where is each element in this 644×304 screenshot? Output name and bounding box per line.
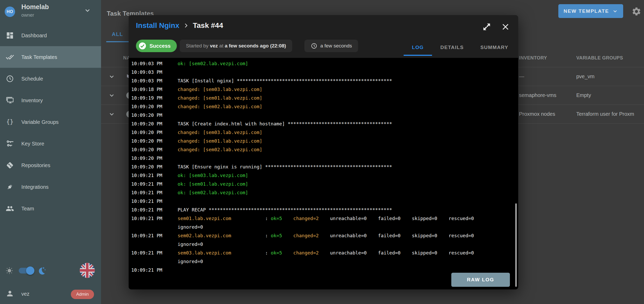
project-switcher[interactable]: HO Homelab owner (0, 0, 101, 25)
close-icon[interactable] (501, 22, 510, 31)
sidebar-item-dashboard[interactable]: Dashboard (0, 25, 101, 46)
settings-gear-icon[interactable] (632, 7, 641, 16)
log-timestamp: 10:09:21 PM (131, 171, 178, 180)
theme-toggle[interactable] (19, 268, 32, 273)
log-segment: changed=2 (293, 250, 319, 256)
log-segment: TASK [Ensure nginx is running] *********… (178, 164, 392, 169)
log-timestamp: 10:09:20 PM (131, 102, 178, 111)
cell-inventory: semaphore-vms (519, 92, 556, 98)
log-segment: changed: [sem03.lab.vezpi.com] (178, 87, 262, 92)
sidebar-item-label: Team (21, 205, 34, 211)
template-link[interactable]: Install Nginx (136, 21, 179, 30)
log-output[interactable]: 10:09:03 PMok: [sem02.lab.vezpi.com]10:0… (129, 58, 518, 289)
theme-row (0, 262, 101, 279)
started-time: a few seconds ago (22:08) (225, 43, 286, 49)
tab-all-label: ALL (112, 31, 123, 37)
log-segment: TASK [Create index.html with hostname] *… (178, 121, 392, 126)
tab-log[interactable]: LOG (404, 39, 432, 56)
chevron-down-icon[interactable] (108, 73, 115, 80)
sidebar-item-variable-groups[interactable]: {}Variable Groups (0, 111, 101, 133)
started-chip: Started by vez at a few seconds ago (22:… (180, 40, 292, 52)
log-scrollbar[interactable] (515, 203, 517, 287)
sidebar-item-repositories[interactable]: Repositories (0, 154, 101, 176)
log-segment: ignored=0 (178, 224, 203, 230)
dark-mode-icon (37, 266, 46, 275)
app-screen: HO Homelab owner DashboardTask Templates… (0, 0, 644, 304)
log-segment: changed: [sem01.lab.vezpi.com] (178, 95, 262, 101)
log-segment: ok: [sem03.lab.vezpi.com] (178, 173, 248, 178)
log-line: 10:09:21 PMsem03.lab.vezpi.com : ok=5 ch… (129, 248, 518, 257)
log-line: 10:09:20 PMchanged: [sem02.lab.vezpi.com… (129, 102, 518, 111)
log-line: 10:09:21 PM (129, 197, 518, 205)
log-line: 10:09:20 PMTASK [Ensure nginx is running… (129, 162, 518, 171)
sidebar-item-schedule[interactable]: Schedule (0, 68, 101, 89)
log-timestamp: 10:09:20 PM (131, 119, 178, 128)
log-segment: : (231, 233, 271, 238)
duration-label: a few seconds (320, 43, 352, 49)
log-timestamp: 10:09:21 PM (131, 188, 178, 197)
log-timestamp: 10:09:21 PM (131, 180, 178, 188)
repositories-icon (6, 161, 14, 169)
log-segment: TASK [Install nginx] *******************… (178, 78, 392, 83)
duration-chip: a few seconds (304, 40, 358, 52)
person-icon (6, 289, 14, 298)
chevron-down-icon (84, 7, 91, 14)
sidebar-item-label: Variable Groups (21, 119, 59, 125)
column-header-inventory: INVENTORY (519, 55, 547, 61)
key-store-icon (6, 139, 14, 148)
sidebar-item-label: Repositories (21, 162, 50, 168)
sidebar-item-task-templates[interactable]: Task Templates (0, 46, 101, 68)
cell-inventory: — (519, 74, 524, 80)
log-line: 10:09:20 PMchanged: [sem02.lab.vezpi.com… (129, 145, 518, 154)
chevron-down-icon[interactable] (108, 111, 115, 118)
log-segment: ok=5 (271, 250, 282, 256)
log-segment: changed=2 (293, 233, 319, 238)
log-timestamp: 10:09:21 PM (131, 214, 178, 223)
log-timestamp: 10:09:03 PM (131, 68, 178, 76)
log-timestamp: 10:09:20 PM (131, 154, 178, 162)
log-timestamp: 10:09:21 PM (131, 205, 178, 214)
tab-details[interactable]: DETAILS (432, 39, 472, 56)
project-avatar: HO (5, 7, 15, 17)
log-segment: ok: [sem02.lab.vezpi.com] (178, 61, 248, 66)
log-segment: unreachable=0 failed=0 skipped=0 rescued… (319, 233, 474, 238)
log-timestamp: 10:09:20 PM (131, 137, 178, 145)
cell-variable-groups: Terraform user for Proxm (576, 111, 634, 117)
log-timestamp: 10:09:20 PM (131, 162, 178, 171)
user-menu[interactable]: vez Admin (0, 285, 101, 304)
team-icon (6, 204, 14, 213)
log-segment: ignored=0 (178, 259, 203, 264)
started-user: vez (210, 43, 218, 49)
task-templates-icon (6, 53, 14, 61)
log-line: 10:09:21 PMsem02.lab.vezpi.com : ok=5 ch… (129, 231, 518, 240)
started-prefix: Started by (186, 43, 210, 49)
log-segment: changed: [sem01.lab.vezpi.com] (178, 138, 262, 144)
task-title: Task #44 (193, 21, 223, 30)
log-segment (282, 233, 293, 238)
cell-variable-groups: Empty (576, 92, 591, 98)
raw-log-button[interactable]: RAW LOG (451, 273, 510, 287)
sidebar-item-inventory[interactable]: Inventory (0, 89, 101, 111)
sidebar-item-key-store[interactable]: Key Store (0, 133, 101, 154)
status-label: Success (149, 43, 171, 49)
log-segment: unreachable=0 failed=0 skipped=0 rescued… (319, 250, 474, 256)
log-segment: changed: [sem02.lab.vezpi.com] (178, 147, 262, 152)
language-flag-uk[interactable] (80, 263, 95, 278)
expand-icon[interactable] (482, 22, 491, 31)
new-template-button[interactable]: NEW TEMPLATE (558, 4, 623, 18)
sidebar-item-team[interactable]: Team (0, 198, 101, 219)
sidebar-item-integrations[interactable]: Integrations (0, 176, 101, 198)
status-badge: Success (136, 40, 177, 52)
log-segment: sem03.lab.vezpi.com (178, 250, 231, 256)
tab-summary[interactable]: SUMMARY (472, 39, 517, 56)
tab-all[interactable]: ALL (106, 26, 129, 42)
project-name: Homelab (21, 3, 49, 11)
log-timestamp: 10:09:03 PM (131, 76, 178, 85)
log-timestamp: 10:09:20 PM (131, 145, 178, 154)
log-segment: : (231, 250, 271, 256)
chevron-right-icon (183, 22, 189, 29)
sidebar-item-label: Dashboard (21, 32, 47, 38)
chevron-down-icon[interactable] (108, 92, 115, 99)
log-segment: : (231, 216, 271, 221)
log-line: 10:09:03 PMTASK [Install nginx] ********… (129, 76, 518, 85)
